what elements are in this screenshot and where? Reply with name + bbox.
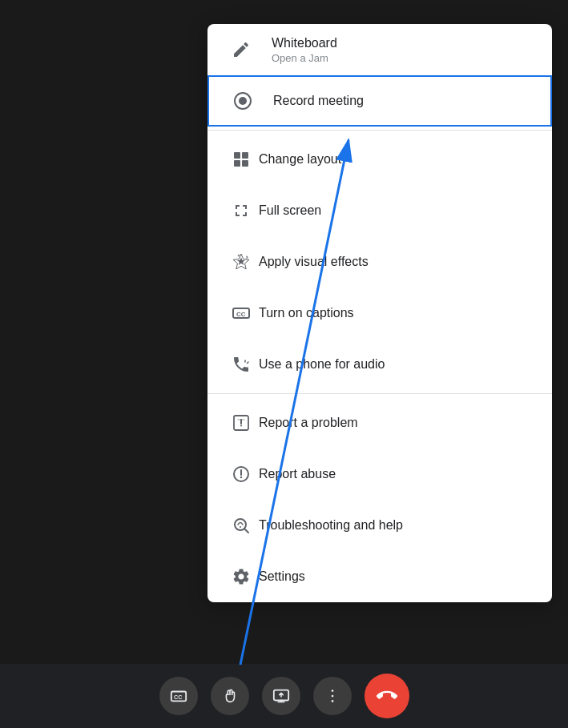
svg-point-18 (331, 695, 333, 698)
change-layout-label: Change layout (259, 151, 341, 168)
svg-text:CC: CC (236, 311, 246, 318)
visual-effects-label: Apply visual effects (259, 254, 369, 271)
troubleshooting-icon (224, 516, 259, 535)
menu-item-change-layout[interactable]: Change layout (207, 134, 552, 185)
fullscreen-icon (224, 201, 259, 220)
svg-point-1 (239, 97, 247, 105)
svg-rect-5 (242, 160, 248, 167)
settings-label: Settings (259, 569, 305, 585)
svg-point-19 (331, 700, 333, 702)
svg-rect-4 (234, 160, 240, 167)
settings-icon (224, 567, 259, 586)
menu-item-report-problem[interactable]: Report a problem (207, 397, 552, 448)
report-problem-label: Report a problem (259, 415, 358, 432)
menu-item-report-abuse[interactable]: Report abuse (207, 448, 552, 500)
captions-button[interactable]: CC (159, 677, 198, 715)
present-button[interactable] (262, 677, 300, 715)
menu-item-record-meeting[interactable]: Record meeting (207, 75, 552, 127)
bottom-toolbar: CC (0, 664, 568, 728)
raise-hand-button[interactable] (211, 677, 249, 715)
captions-label: Turn on captions (259, 305, 354, 322)
svg-point-11 (240, 477, 242, 478)
menu-item-visual-effects[interactable]: Apply visual effects (207, 236, 552, 288)
context-menu: Whiteboard Open a Jam Record meeting Cha… (207, 24, 552, 602)
phone-audio-icon (224, 355, 259, 374)
captions-icon: CC (224, 304, 259, 323)
record-icon (225, 91, 260, 111)
end-call-button[interactable] (365, 674, 409, 718)
phone-audio-label: Use a phone for audio (259, 356, 385, 373)
svg-rect-3 (242, 152, 248, 159)
svg-text:CC: CC (174, 694, 183, 701)
menu-item-settings[interactable]: Settings (207, 551, 552, 602)
troubleshooting-label: Troubleshooting and help (259, 517, 403, 534)
report-abuse-icon (224, 465, 259, 484)
menu-item-phone-audio[interactable]: Use a phone for audio (207, 339, 552, 390)
svg-point-17 (331, 690, 333, 692)
menu-item-captions[interactable]: CC Turn on captions (207, 288, 552, 339)
more-options-button[interactable] (313, 677, 352, 715)
menu-item-whiteboard[interactable]: Whiteboard Open a Jam (207, 24, 552, 75)
svg-rect-2 (234, 152, 240, 159)
effects-icon (224, 252, 259, 271)
menu-item-full-screen[interactable]: Full screen (207, 185, 552, 236)
menu-item-troubleshooting[interactable]: Troubleshooting and help (207, 500, 552, 551)
svg-point-9 (240, 425, 242, 427)
svg-point-13 (240, 526, 241, 528)
divider-1 (207, 130, 552, 131)
divider-2 (207, 393, 552, 394)
whiteboard-sublabel: Open a Jam (272, 52, 337, 64)
full-screen-label: Full screen (259, 203, 321, 219)
report-abuse-label: Report abuse (259, 466, 336, 483)
whiteboard-label: Whiteboard (272, 35, 337, 52)
whiteboard-icon (224, 40, 259, 59)
report-problem-icon (224, 413, 259, 432)
layout-icon (224, 150, 259, 169)
record-meeting-label: Record meeting (273, 93, 364, 110)
